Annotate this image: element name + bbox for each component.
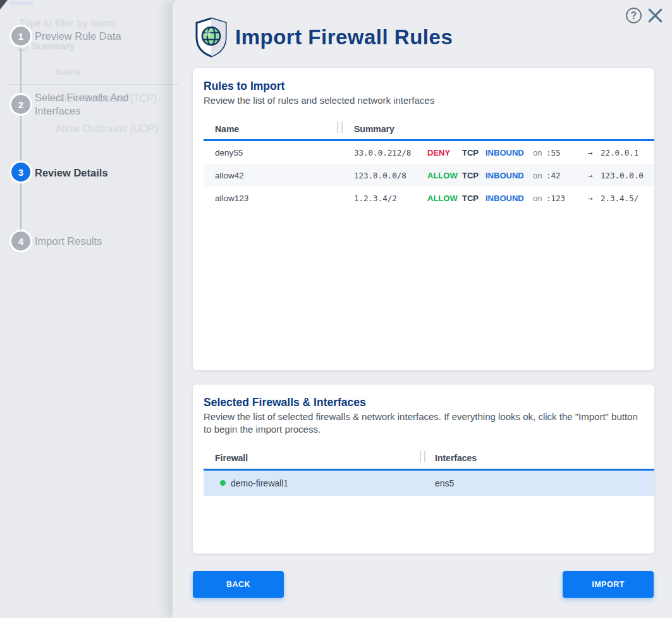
firewalls-card-title: Selected Firewalls & Interfaces — [204, 396, 654, 409]
rules-to-import-card: Rules to Import Review the list of rules… — [193, 68, 654, 370]
rule-summary: 1.2.3.4/2 ALLOW TCP INBOUND on :123 → 2.… — [339, 194, 654, 203]
help-glyph: ? — [631, 10, 637, 22]
step-4-circle: 4 — [9, 230, 32, 252]
arrow-icon: → — [588, 194, 601, 203]
rule-port: :55 — [546, 148, 588, 158]
dialog-panel: Import Firewall Rules ? Rules to Import … — [173, 0, 672, 618]
selected-firewalls-card: Selected Firewalls & Interfaces Review t… — [193, 385, 654, 553]
rule-protocol: TCP — [462, 148, 486, 158]
rule-destination: 22.0.0.1 — [601, 148, 654, 158]
rule-destination: 2.3.4.5/ — [601, 194, 654, 203]
rule-action: DENY — [427, 148, 462, 158]
rules-card-subtitle: Review the list of rules and selected ne… — [204, 94, 642, 107]
column-resize-handle[interactable] — [420, 451, 425, 462]
firewall-name-cell: demo-firewall1 — [204, 478, 422, 488]
column-header-name[interactable]: Name — [204, 124, 339, 134]
firewalls-table: Firewall Interfaces demo-firewall1 ens5 — [204, 448, 654, 496]
firewalls-table-header: Firewall Interfaces — [204, 448, 654, 471]
rule-name: allow42 — [204, 171, 339, 180]
table-row[interactable]: deny55 33.0.0.212/8 DENY TCP INBOUND on … — [204, 141, 654, 164]
close-icon[interactable] — [647, 8, 663, 23]
rule-name: deny55 — [204, 148, 339, 158]
step-number: 2 — [18, 99, 23, 110]
rule-action: ALLOW — [427, 171, 462, 180]
arrow-icon: → — [588, 171, 601, 180]
rules-table-header: Name Summary — [204, 118, 654, 141]
help-icon[interactable]: ? — [626, 8, 642, 23]
step-1-label: Preview Rule Data — [35, 30, 145, 43]
rule-destination: 123.0.0.0 — [601, 171, 654, 180]
firewall-name: demo-firewall1 — [231, 478, 288, 488]
rule-on-label: on — [533, 194, 546, 203]
rules-table: Name Summary deny55 33.0.0.212/8 DENY TC… — [204, 118, 654, 209]
rule-source: 33.0.0.212/8 — [354, 148, 427, 158]
rule-direction: INBOUND — [486, 148, 533, 158]
firewalls-card-subtitle: Review the list of selected firewalls & … — [204, 411, 642, 436]
firewall-shield-icon — [194, 16, 228, 58]
rule-on-label: on — [533, 148, 546, 158]
rule-source: 1.2.3.4/2 — [354, 194, 427, 203]
import-firewall-rules-screen: Type to filter by name Summary Name Allo… — [0, 0, 672, 618]
rule-protocol: TCP — [462, 194, 486, 203]
rule-port: :123 — [546, 194, 588, 203]
step-2-circle: 2 — [9, 93, 32, 116]
column-header-interfaces[interactable]: Interfaces — [422, 453, 477, 463]
step-3-circle: 3 — [9, 161, 32, 183]
online-status-dot — [220, 480, 226, 486]
rule-source: 123.0.0.0/8 — [354, 171, 427, 180]
rules-card-title: Rules to Import — [204, 80, 654, 93]
rule-action: ALLOW — [427, 194, 462, 203]
arrow-icon: → — [588, 148, 601, 158]
dialog-title: Import Firewall Rules — [235, 25, 453, 49]
wizard-stepper-sidebar: Type to filter by name Summary Name Allo… — [0, 0, 173, 618]
rule-summary: 123.0.0.0/8 ALLOW TCP INBOUND on :42 → 1… — [339, 171, 654, 180]
step-2-label: Select Firewalls And Interfaces — [35, 91, 145, 117]
table-row[interactable]: allow42 123.0.0.0/8 ALLOW TCP INBOUND on… — [204, 164, 654, 187]
step-number: 4 — [18, 236, 23, 247]
rule-direction: INBOUND — [486, 194, 533, 203]
step-number: 3 — [18, 167, 23, 178]
rule-summary: 33.0.0.212/8 DENY TCP INBOUND on :55 → 2… — [339, 148, 654, 158]
rule-protocol: TCP — [462, 171, 486, 180]
step-number: 1 — [18, 31, 23, 42]
column-resize-handle[interactable] — [337, 121, 343, 133]
step-1-circle: 1 — [9, 25, 32, 47]
step-3-label: Review Details — [35, 166, 145, 180]
stepper-connector-line — [20, 37, 21, 240]
column-header-firewall[interactable]: Firewall — [204, 453, 422, 463]
column-header-summary[interactable]: Summary — [339, 124, 394, 134]
rule-direction: INBOUND — [486, 171, 533, 180]
wizard-steps: 1 Preview Rule Data 2 Select Firewalls A… — [0, 0, 173, 618]
firewall-interface: ens5 — [422, 478, 454, 488]
rule-name: allow123 — [204, 194, 339, 203]
table-row[interactable]: allow123 1.2.3.4/2 ALLOW TCP INBOUND on … — [204, 187, 654, 209]
step-4-label: Import Results — [35, 235, 145, 248]
dialog-header: Import Firewall Rules — [194, 16, 453, 58]
import-button[interactable]: IMPORT — [563, 571, 654, 598]
back-button[interactable]: BACK — [193, 571, 284, 598]
rule-on-label: on — [533, 171, 546, 180]
rule-port: :42 — [546, 171, 588, 180]
firewall-row[interactable]: demo-firewall1 ens5 — [204, 471, 654, 496]
